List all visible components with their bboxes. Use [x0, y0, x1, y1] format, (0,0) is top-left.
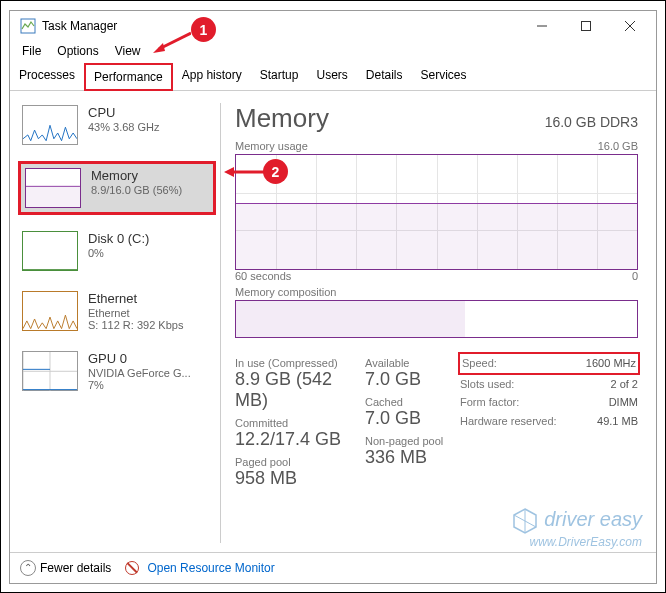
- tab-services[interactable]: Services: [412, 62, 476, 90]
- memory-sub: 8.9/16.0 GB (56%): [91, 184, 182, 196]
- memory-title: Memory: [91, 168, 182, 183]
- open-resource-monitor-link[interactable]: Open Resource Monitor: [147, 561, 274, 575]
- menu-view[interactable]: View: [107, 42, 149, 60]
- mc-label: Memory composition: [235, 286, 638, 298]
- cpu-thumb: [22, 105, 78, 145]
- cpu-title: CPU: [88, 105, 160, 120]
- stats-block: In use (Compressed) 8.9 GB (542 MB) Comm…: [235, 354, 638, 495]
- svg-rect-6: [26, 186, 80, 207]
- committed-label: Committed: [235, 417, 365, 429]
- available-label: Available: [365, 357, 460, 369]
- menubar: File Options View: [10, 41, 656, 61]
- kv-hw: Hardware reserved: 49.1 MB: [460, 412, 638, 431]
- nonpaged-value: 336 MB: [365, 447, 460, 468]
- cpu-sub: 43% 3.68 GHz: [88, 121, 160, 133]
- tab-details[interactable]: Details: [357, 62, 412, 90]
- disk-sub: 0%: [88, 247, 149, 259]
- maximize-button[interactable]: [564, 12, 608, 40]
- detail-title: Memory: [235, 103, 329, 134]
- detail-spec: 16.0 GB DDR3: [545, 114, 638, 130]
- right-panel: Memory 16.0 GB DDR3 Memory usage 16.0 GB…: [221, 91, 656, 555]
- memory-usage-graph: [235, 154, 638, 270]
- tab-processes[interactable]: Processes: [10, 62, 84, 90]
- nonpaged-label: Non-paged pool: [365, 435, 460, 447]
- tab-performance[interactable]: Performance: [84, 63, 173, 91]
- disk-title: Disk 0 (C:): [88, 231, 149, 246]
- svg-rect-2: [582, 22, 591, 31]
- cached-label: Cached: [365, 396, 460, 408]
- resource-monitor-icon: [125, 561, 139, 575]
- window-title: Task Manager: [42, 19, 520, 33]
- in-use-value: 8.9 GB (542 MB): [235, 369, 365, 411]
- kv-form: Form factor: DIMM: [460, 393, 638, 412]
- gpu-sub1: NVIDIA GeForce G...: [88, 367, 191, 379]
- menu-options[interactable]: Options: [49, 42, 106, 60]
- paged-value: 958 MB: [235, 468, 365, 489]
- titlebar: Task Manager: [10, 11, 656, 41]
- usage-max: 16.0 GB: [598, 140, 638, 152]
- memory-composition-bar: [235, 300, 638, 338]
- eth-title: Ethernet: [88, 291, 183, 306]
- left-panel: CPU 43% 3.68 GHz Memory 8.9/16.0 GB (56%…: [10, 91, 220, 555]
- sidebar-item-disk[interactable]: Disk 0 (C:) 0%: [18, 227, 216, 275]
- tab-users[interactable]: Users: [307, 62, 356, 90]
- gpu-sub2: 7%: [88, 379, 191, 391]
- eth-sub2: S: 112 R: 392 Kbps: [88, 319, 183, 331]
- content-area: CPU 43% 3.68 GHz Memory 8.9/16.0 GB (56%…: [10, 91, 656, 555]
- kv-slots: Slots used: 2 of 2: [460, 375, 638, 394]
- footer: ⌃ Fewer details Open Resource Monitor: [10, 552, 656, 582]
- usage-label: Memory usage: [235, 140, 308, 152]
- available-value: 7.0 GB: [365, 369, 460, 390]
- tab-startup[interactable]: Startup: [251, 62, 308, 90]
- tab-app-history[interactable]: App history: [173, 62, 251, 90]
- sidebar-item-cpu[interactable]: CPU 43% 3.68 GHz: [18, 101, 216, 149]
- sidebar-item-gpu[interactable]: GPU 0 NVIDIA GeForce G... 7%: [18, 347, 216, 395]
- close-button[interactable]: [608, 12, 652, 40]
- eth-sub1: Ethernet: [88, 307, 183, 319]
- minimize-button[interactable]: [520, 12, 564, 40]
- task-manager-window: Task Manager File Options View Processes…: [9, 10, 657, 584]
- collapse-icon[interactable]: ⌃: [20, 560, 36, 576]
- menu-file[interactable]: File: [14, 42, 49, 60]
- gpu-title: GPU 0: [88, 351, 191, 366]
- gpu-thumb: [22, 351, 78, 391]
- tabstrip: Processes Performance App history Startu…: [10, 62, 656, 91]
- kv-speed: Speed: 1600 MHz: [458, 352, 640, 375]
- committed-value: 12.2/17.4 GB: [235, 429, 365, 450]
- x-axis-left: 60 seconds: [235, 270, 291, 282]
- sidebar-item-ethernet[interactable]: Ethernet Ethernet S: 112 R: 392 Kbps: [18, 287, 216, 335]
- sidebar-item-memory[interactable]: Memory 8.9/16.0 GB (56%): [18, 161, 216, 215]
- in-use-label: In use (Compressed): [235, 357, 365, 369]
- app-icon: [20, 18, 36, 34]
- cached-value: 7.0 GB: [365, 408, 460, 429]
- fewer-details-link[interactable]: Fewer details: [40, 561, 111, 575]
- memory-thumb: [25, 168, 81, 208]
- paged-label: Paged pool: [235, 456, 365, 468]
- disk-thumb: [22, 231, 78, 271]
- x-axis-right: 0: [632, 270, 638, 282]
- eth-thumb: [22, 291, 78, 331]
